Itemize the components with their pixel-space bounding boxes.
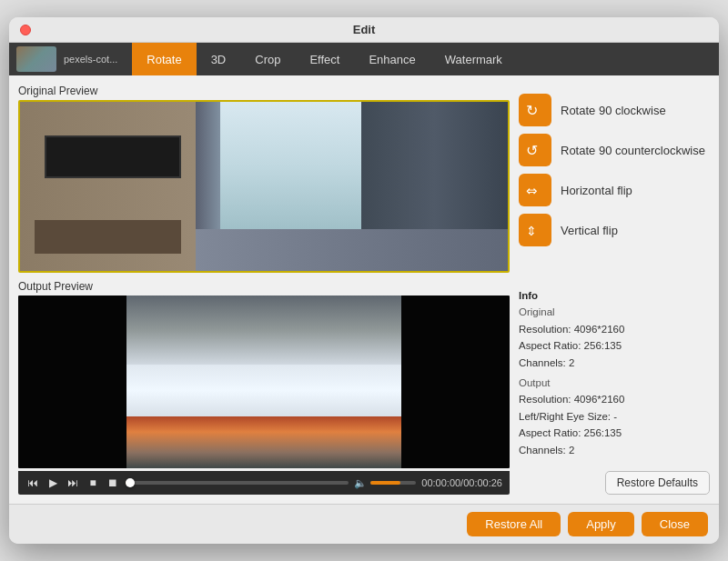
flip-h-label: Horizontal flip	[561, 184, 632, 197]
tab-3d[interactable]: 3D	[197, 43, 241, 75]
rotate-cw-button[interactable]: ↻ Rotate 90 clockwise	[519, 94, 710, 126]
flip-h-icon: ⇔	[519, 174, 551, 206]
output-eye-size: Left/Right Eye Size: -	[519, 408, 710, 425]
output-preview-section: Output Preview ⏮ ▶	[18, 280, 510, 495]
close-button[interactable]: Close	[642, 512, 708, 536]
edit-window: Edit pexels-cot... Rotate 3D Crop Effect…	[9, 17, 719, 544]
output-info-title: Output	[519, 375, 710, 391]
volume-area: 🔈	[354, 477, 416, 489]
rotate-ccw-icon: ↺	[519, 134, 551, 166]
apply-button[interactable]: Apply	[568, 512, 634, 536]
stop-button[interactable]: ■	[86, 476, 100, 489]
flip-v-button[interactable]: ⇕ Vertical flip	[519, 214, 710, 246]
output-channels: Channels: 2	[519, 442, 710, 458]
restore-all-button[interactable]: Restore All	[467, 512, 561, 536]
rotate-ccw-label: Rotate 90 counterclockwise	[561, 144, 705, 157]
svg-text:⇔: ⇔	[526, 183, 538, 198]
output-resolution: Resolution: 4096*2160	[519, 391, 710, 407]
original-info-title: Original	[519, 304, 710, 320]
original-channels: Channels: 2	[519, 355, 710, 371]
close-window-button[interactable]	[20, 25, 31, 35]
original-preview-image	[20, 102, 508, 271]
file-name: pexels-cot...	[64, 54, 117, 65]
restore-defaults-button[interactable]: Restore Defaults	[605, 471, 710, 495]
rotate-cw-icon: ↻	[519, 94, 551, 126]
original-preview-section: Original Preview	[18, 85, 510, 273]
tab-rotate[interactable]: Rotate	[132, 43, 196, 75]
tab-enhance[interactable]: Enhance	[354, 43, 430, 75]
window-title: Edit	[353, 23, 376, 36]
original-resolution: Resolution: 4096*2160	[519, 321, 710, 337]
output-aspect: Aspect Ratio: 256:135	[519, 425, 710, 441]
end-button[interactable]: ⏹	[106, 476, 120, 489]
output-preview-box	[18, 296, 510, 468]
flip-v-icon: ⇕	[519, 214, 551, 246]
play-button[interactable]: ▶	[46, 476, 60, 489]
svg-text:↻: ↻	[526, 103, 538, 118]
time-display: 00:00:00/00:00:26	[421, 477, 502, 488]
skip-back-button[interactable]: ⏮	[25, 476, 40, 489]
rotate-cw-label: Rotate 90 clockwise	[561, 104, 666, 117]
tab-effect[interactable]: Effect	[295, 43, 354, 75]
video-controls: ⏮ ▶ ⏭ ■ ⏹ 🔈 00:00:00/00	[18, 471, 510, 495]
bottom-bar: Restore All Apply Close	[9, 504, 719, 544]
fast-forward-button[interactable]: ⏭	[66, 476, 80, 489]
original-preview-box	[18, 100, 510, 273]
main-content: Original Preview Output Preview	[9, 75, 719, 504]
left-panel: Original Preview Output Preview	[18, 85, 510, 495]
output-preview-label: Output Preview	[18, 280, 510, 293]
flip-v-label: Vertical flip	[561, 224, 618, 237]
svg-text:⇕: ⇕	[526, 224, 537, 238]
progress-bar[interactable]	[126, 481, 349, 485]
info-title: Info	[519, 287, 710, 304]
original-preview-label: Original Preview	[18, 85, 510, 97]
right-panel: ↻ Rotate 90 clockwise ↺ Rotate 90 counte…	[519, 85, 710, 495]
tabs-container: Rotate 3D Crop Effect Enhance Watermark	[132, 43, 719, 75]
rotate-ccw-button[interactable]: ↺ Rotate 90 counterclockwise	[519, 134, 710, 166]
flip-h-button[interactable]: ⇔ Horizontal flip	[519, 174, 710, 206]
action-buttons: Restore All Apply Close	[467, 512, 708, 536]
tab-crop[interactable]: Crop	[240, 43, 295, 75]
output-preview-image	[18, 296, 510, 468]
tab-bar: pexels-cot... Rotate 3D Crop Effect Enha…	[9, 43, 719, 75]
volume-bar[interactable]	[370, 481, 416, 485]
rotate-buttons: ↻ Rotate 90 clockwise ↺ Rotate 90 counte…	[519, 85, 710, 246]
title-bar: Edit	[9, 17, 719, 43]
original-aspect: Aspect Ratio: 256:135	[519, 337, 710, 354]
svg-text:↺: ↺	[526, 143, 538, 158]
tab-watermark[interactable]: Watermark	[430, 43, 517, 75]
file-thumbnail	[16, 46, 56, 72]
info-panel: Info Original Resolution: 4096*2160 Aspe…	[519, 287, 710, 458]
volume-icon[interactable]: 🔈	[354, 477, 367, 489]
